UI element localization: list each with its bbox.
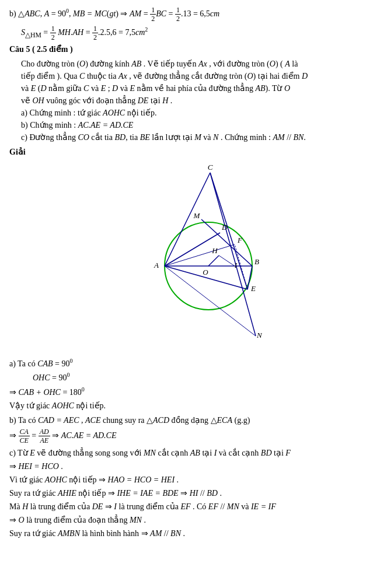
svg-text:H: H (211, 246, 218, 255)
question5-title: Câu 5 ( 2.5 điểm ) (9, 43, 378, 55)
svg-text:A: A (154, 261, 159, 270)
svg-line-10 (219, 256, 235, 266)
sol-c-line7: Suy ra tứ giác AMBN là hình bình hành ⇒ … (9, 527, 378, 540)
sol-a-line3: ⇒ CAB + OHC = 1800 (9, 385, 378, 398)
svg-text:F: F (237, 236, 243, 244)
page-content: b) △ABC, A = 900, MB = MC(gt) ⇒ AM = 12B… (9, 6, 378, 540)
sol-b-line1: b) Ta có CAD = AEC , ACE chung suy ra △A… (9, 414, 378, 426)
sol-c-line4: Suy ra tứ giác AHIE nội tiếp ⇒ IHE = IAE… (9, 487, 378, 499)
svg-text:I: I (233, 261, 237, 270)
part-b-area: S△HM = 12 MH.AH = 12.2.5,6 = 7,5cm2 (9, 24, 378, 42)
q5-part-a: a) Chứng minh : tứ giác AOHC nội tiếp. (21, 107, 378, 119)
sol-c-line5: Mà H là trung điểm của DE ⇒ I là trung đ… (9, 501, 378, 513)
svg-text:D: D (221, 223, 228, 232)
svg-line-2 (210, 173, 247, 289)
sol-b-fraction-line: ⇒ CACE = ADAE ⇒ AC.AE = AD.CE (9, 428, 378, 445)
diagram-container: C M D F H A O I B E N (9, 164, 378, 351)
sol-c-line1: c) Từ E vẽ đường thẳng song song với MN … (9, 447, 378, 459)
sol-a-line1: a) Ta có CAB = 900 (9, 356, 378, 370)
sol-a-line2: OHC = 900 (9, 370, 378, 384)
q5-text1: Cho đường tròn (O) đường kính AB . Vẽ ti… (21, 58, 378, 70)
q5-body: Cho đường tròn (O) đường kính AB . Vẽ ti… (9, 58, 378, 144)
q5-part-c: c) Đường thẳng CO cắt tia BD, tia BE lần… (21, 131, 378, 144)
solution-a: a) Ta có CAB = 900 OHC = 900 ⇒ CAB + OHC… (9, 356, 378, 412)
svg-line-13 (165, 266, 256, 336)
svg-line-12 (165, 244, 235, 266)
svg-text:E: E (250, 284, 256, 293)
sol-c-line2: ⇒ HEI = HCO . (9, 460, 378, 473)
svg-text:B: B (254, 257, 259, 266)
geometry-diagram: C M D F H A O I B E N (106, 164, 281, 351)
svg-text:N: N (256, 331, 263, 340)
part-b-line1: b) △ABC, A = 900, MB = MC(gt) ⇒ AM = 12B… (9, 6, 378, 23)
giai-label: Giải (9, 146, 378, 158)
sol-c-line6: ⇒ O là trung điểm của đoạn thẳng MN . (9, 514, 378, 526)
sol-a-line4: Vậy tứ giác AOHC nội tiếp. (9, 400, 378, 412)
svg-text:C: C (207, 164, 212, 172)
q5-text4: vẽ OH vuông góc với đoạn thẳng DE tại H … (21, 94, 378, 107)
q5-part-b: b) Chứng minh : AC.AE = AD.CE (21, 119, 378, 131)
svg-text:M: M (193, 211, 200, 220)
solution-c: c) Từ E vẽ đường thẳng song song với MN … (9, 447, 378, 540)
q5-text3: và E (D nằm giữa C và E ; D và E nằm về … (21, 82, 378, 94)
svg-text:O: O (203, 268, 208, 276)
sol-c-line3: Vì tứ giác AOHC nội tiếp ⇒ HAO = HCO = H… (9, 474, 378, 486)
q5-text2: tiếp điểm ). Qua C thuộc tia Ax , vẽ đườ… (21, 70, 378, 82)
svg-line-8 (208, 256, 219, 266)
solution-b: b) Ta có CAD = AEC , ACE chung suy ra △A… (9, 414, 378, 445)
